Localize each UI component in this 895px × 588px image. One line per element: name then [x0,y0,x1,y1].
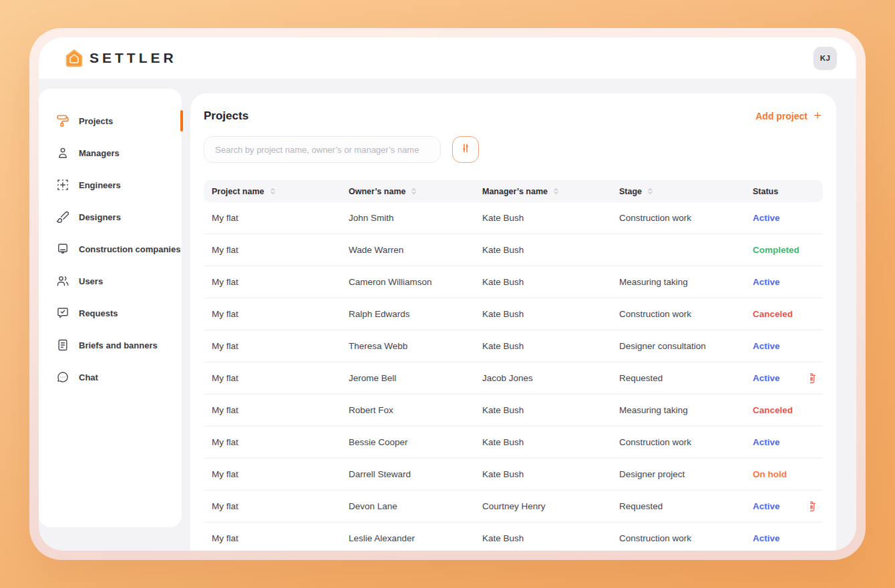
cell-manager-name: Kate Bush [482,341,619,351]
status-label: Completed [753,245,810,255]
cell-owner-name: Wade Warren [349,245,482,255]
user-avatar[interactable]: KJ [814,47,837,70]
sidebar-item-label: Chat [79,372,98,382]
sidebar-item-projects[interactable]: Projects [39,105,182,137]
person-icon [56,146,69,160]
cell-stage: Construction work [619,533,753,543]
cell-owner-name: Ralph Edwards [349,309,482,319]
paint-roller-icon [56,114,69,127]
cell-manager-name: Kate Bush [482,469,619,479]
column-label: Project name [212,187,264,196]
status-label: Canceled [753,309,810,319]
sidebar-item-label: Engineers [79,180,121,190]
sidebar-item-chat[interactable]: Chat [39,361,182,393]
projects-table: Project nameOwner’s nameManager’s nameSt… [204,180,823,551]
table-row[interactable]: My flatTheresa WebbKate BushDesigner con… [204,330,823,362]
cell-stage: Construction work [619,437,753,447]
delete-project-button[interactable] [810,372,818,384]
brand-name: SETTLER [90,50,177,66]
document-icon [56,338,69,352]
sidebar-item-label: Requests [79,308,118,318]
sidebar: ProjectsManagersEngineersDesignersConstr… [39,89,182,527]
cell-actions [810,372,823,384]
sidebar-item-label: Managers [79,148,120,158]
sidebar-item-managers[interactable]: Managers [39,137,182,169]
cell-owner-name: Devon Lane [349,501,482,511]
table-row[interactable]: My flatWade WarrenKate BushCompleted [204,234,823,266]
sidebar-item-requests[interactable]: Requests [39,297,182,329]
sidebar-item-construction-companies[interactable]: Construction companies [39,233,182,265]
sliders-icon [459,141,472,158]
table-row[interactable]: My flatDarrell StewardKate BushDesigner … [204,459,823,491]
status-label: Active [753,373,810,383]
column-label: Owner’s name [349,187,405,196]
table-row[interactable]: My flatDevon LaneCourtney HenryRequested… [204,491,823,523]
main-header: Projects Add project [204,109,823,123]
sort-icon [268,187,277,196]
column-label: Stage [619,187,642,196]
sidebar-item-label: Briefs and banners [79,340,158,350]
column-label: Status [753,187,778,196]
topbar: SETTLER KJ [39,37,856,79]
cell-project-name: My flat [204,373,349,383]
home-logo-icon [64,48,84,68]
sidebar-item-designers[interactable]: Designers [39,201,182,233]
sidebar-item-label: Users [79,276,103,286]
table-row[interactable]: My flatLeslie AlexanderKate BushConstruc… [204,523,823,551]
status-label: On hold [753,469,810,479]
search-row [204,136,823,163]
column-label: Manager’s name [482,187,548,196]
table-row[interactable]: My flatCameron WilliamsonKate BushMeasur… [204,266,823,298]
cell-stage: Designer project [619,469,753,479]
sidebar-item-label: Construction companies [79,244,180,254]
table-row[interactable]: My flatJohn SmithKate BushConstruction w… [204,202,823,234]
table-row[interactable]: My flatBessie CooperKate BushConstructio… [204,426,823,459]
cell-project-name: My flat [204,405,349,415]
cell-project-name: My flat [204,213,349,223]
table-row[interactable]: My flatRobert FoxKate BushMeasuring taki… [204,394,823,426]
status-label: Canceled [753,405,810,415]
cell-manager-name: Kate Bush [482,437,619,447]
filter-button[interactable] [452,136,479,163]
app-window: SETTLER KJ ProjectsManagersEngineersDesi… [29,28,866,560]
cell-manager-name: Kate Bush [482,405,619,415]
plus-icon [812,110,823,123]
add-project-button[interactable]: Add project [755,110,823,123]
column-header-owner-s-name[interactable]: Owner’s name [349,187,482,196]
cell-project-name: My flat [204,469,349,479]
cell-project-name: My flat [204,341,349,351]
content-area: ProjectsManagersEngineersDesignersConstr… [39,79,856,551]
table-header: Project nameOwner’s nameManager’s nameSt… [204,180,823,202]
request-check-icon [56,306,69,320]
cell-manager-name: Courtney Henry [482,501,619,511]
app-surface: SETTLER KJ ProjectsManagersEngineersDesi… [39,37,856,551]
cell-owner-name: Cameron Williamson [349,277,482,287]
sidebar-item-label: Designers [79,212,121,222]
sidebar-item-users[interactable]: Users [39,265,182,297]
column-header-status: Status [753,187,810,196]
cell-stage: Designer consultation [619,341,753,351]
table-body: My flatJohn SmithKate BushConstruction w… [204,202,823,551]
table-row[interactable]: My flatJerome BellJacob JonesRequestedAc… [204,362,823,394]
cell-project-name: My flat [204,277,349,287]
sidebar-item-label: Projects [79,116,113,126]
cell-owner-name: Bessie Cooper [349,437,482,447]
table-row[interactable]: My flatRalph EdwardsKate BushConstructio… [204,298,823,330]
cell-stage: Measuring taking [619,277,753,287]
cell-project-name: My flat [204,501,349,511]
cell-owner-name: John Smith [349,213,482,223]
sort-icon [646,187,655,196]
status-label: Active [753,341,810,351]
column-header-manager-s-name[interactable]: Manager’s name [482,187,619,196]
status-label: Active [753,437,810,447]
paint-brush-icon [56,210,69,224]
cell-owner-name: Robert Fox [349,405,482,415]
cell-manager-name: Kate Bush [482,277,619,287]
sidebar-item-briefs-and-banners[interactable]: Briefs and banners [39,329,182,361]
search-input[interactable] [204,136,441,163]
column-header-stage[interactable]: Stage [619,187,753,196]
sidebar-item-engineers[interactable]: Engineers [39,169,182,201]
cell-owner-name: Leslie Alexander [349,533,482,543]
delete-project-button[interactable] [810,500,818,513]
column-header-project-name[interactable]: Project name [204,187,349,196]
